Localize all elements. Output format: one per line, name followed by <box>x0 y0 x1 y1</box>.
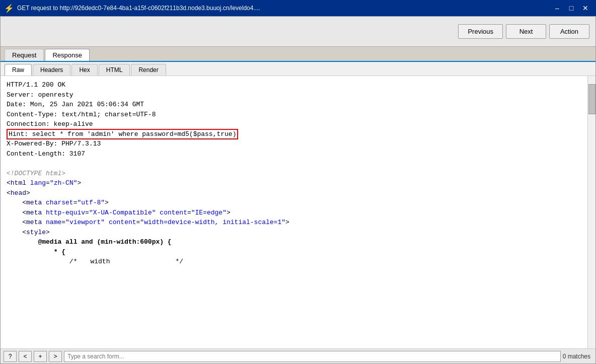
minimize-button[interactable]: – <box>551 2 564 15</box>
title-bar: ⚡ GET request to http://926dedc0-7e84-4b… <box>0 0 596 16</box>
sub-tab-html[interactable]: HTML <box>99 64 130 76</box>
help-button[interactable]: ? <box>4 351 17 362</box>
toolbar: Previous Next Action <box>1 17 595 47</box>
prev-match-button[interactable]: < <box>19 351 32 362</box>
main-tabs: Request Response <box>1 47 595 62</box>
add-button[interactable]: + <box>34 351 47 362</box>
doctype: <!DOCTYPE html> <box>7 170 65 177</box>
title-bar-controls: – □ ✕ <box>551 2 592 15</box>
tab-request[interactable]: Request <box>5 49 44 61</box>
window-body: Previous Next Action Request Response Ra… <box>0 16 596 364</box>
sub-tab-headers[interactable]: Headers <box>33 64 70 76</box>
scrollbar-thumb[interactable] <box>588 84 595 114</box>
http-headers: HTTP/1.1 200 OK Server: openresty Date: … <box>7 81 156 128</box>
response-body[interactable]: HTTP/1.1 200 OK Server: openresty Date: … <box>1 76 587 348</box>
previous-button[interactable]: Previous <box>458 24 503 39</box>
tab-response[interactable]: Response <box>45 49 90 61</box>
http-headers2: X-Powered-By: PHP/7.3.13 Content-Length:… <box>7 140 101 158</box>
meta-http-equiv: <meta http-equiv="X-UA-Compatible" conte… <box>22 209 231 216</box>
action-button[interactable]: Action <box>549 24 589 39</box>
match-count: 0 matches <box>563 353 592 360</box>
html-open: <html lang="zh-CN"> <box>7 179 81 187</box>
bottom-bar: ? < + > 0 matches <box>1 348 595 363</box>
app-icon: ⚡ <box>4 3 14 13</box>
css-comment: /* width */ <box>69 258 183 265</box>
sub-tab-raw[interactable]: Raw <box>5 64 32 76</box>
meta-viewport: <meta name="viewport" content="width=dev… <box>22 219 289 226</box>
head-open: <head> <box>7 189 30 197</box>
content-area: HTTP/1.1 200 OK Server: openresty Date: … <box>1 76 595 348</box>
next-match-button[interactable]: > <box>49 351 62 362</box>
css-rule: * { <box>54 248 65 256</box>
title-bar-title: GET request to http://926dedc0-7e84-4ba1… <box>17 5 551 12</box>
maximize-button[interactable]: □ <box>565 2 578 15</box>
hint-line: Hint: select * from 'admin' where passwo… <box>7 129 238 139</box>
css-media: @media all and (min-width:600px) { <box>38 238 171 246</box>
style-open: <style> <box>22 229 50 236</box>
sub-tabs: Raw Headers Hex HTML Render <box>1 62 595 76</box>
sub-tab-hex[interactable]: Hex <box>71 64 97 76</box>
meta-charset: <meta charset="utf-8"> <box>22 199 109 206</box>
scrollbar[interactable] <box>587 76 595 348</box>
sub-tab-render[interactable]: Render <box>131 64 166 76</box>
next-button[interactable]: Next <box>506 24 546 39</box>
search-input[interactable] <box>64 351 561 362</box>
close-button[interactable]: ✕ <box>579 2 592 15</box>
